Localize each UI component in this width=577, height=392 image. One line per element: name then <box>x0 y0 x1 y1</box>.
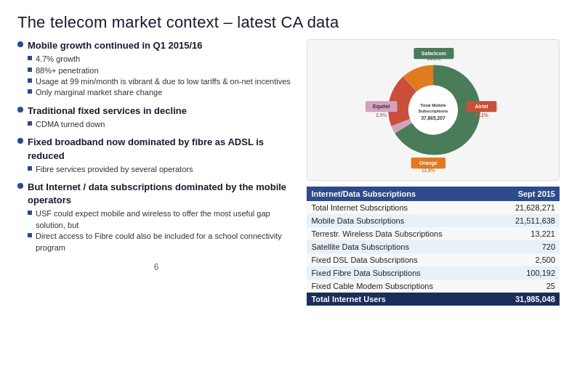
table-row: Fixed DSL Data Subscriptions 2,500 <box>307 253 560 266</box>
row-5-label: Fixed DSL Data Subscriptions <box>307 253 494 266</box>
bullet-2-main: Traditional fixed services in decline <box>28 105 295 118</box>
bullet-3-main: Fixed broadband now dominated by fibre a… <box>28 136 295 162</box>
row-4-value: 720 <box>494 240 560 253</box>
bullet-3-subs: Fibre services provided by several opera… <box>28 164 295 175</box>
sq-icon-4-2 <box>28 233 32 237</box>
sub-bullet-4-2: Direct access to Fibre could also be inc… <box>28 231 295 253</box>
sq-icon-1-4 <box>28 89 32 94</box>
sub-bullet-3-1: Fibre services provided by several opera… <box>28 164 295 175</box>
row-5-value: 2,500 <box>494 253 560 266</box>
bullet-dot-4 <box>17 183 23 189</box>
data-table: Internet/Data Subscriptions Sept 2015 To… <box>307 187 560 306</box>
row-7-value: 25 <box>494 279 560 293</box>
table-header-col1: Internet/Data Subscriptions <box>307 187 494 201</box>
sq-icon-4-1 <box>28 211 32 215</box>
table-header-row: Internet/Data Subscriptions Sept 2015 <box>307 187 560 201</box>
table-row: Fixed Fibre Data Subscriptions 100,192 <box>307 266 560 279</box>
bullet-2-subs: CDMA turned down <box>28 119 295 130</box>
table-row: Mobile Data Subscriptions 21,511,638 <box>307 214 560 227</box>
table-row: Satellite Data Subscriptions 720 <box>307 240 560 253</box>
table-row: Fixed Cable Modem Subscriptions 25 <box>307 279 560 293</box>
bullet-dot-2 <box>17 107 23 113</box>
sq-icon-1-3 <box>28 78 32 83</box>
table-row: Total Internet Subscriptions 21,628,271 <box>307 201 560 214</box>
airtel-label: Airtel <box>475 104 488 110</box>
bullet-4: But Internet / data subscriptions domina… <box>17 181 295 253</box>
sub-bullet-1-1: 4.7% growth <box>28 54 295 65</box>
airtel-pct: 19.1% <box>475 113 488 118</box>
sub-bullet-1-3: Usage at 99 min/month is vibrant & due t… <box>28 76 295 87</box>
row-2-value: 21,511,638 <box>494 214 560 227</box>
bullet-dot-1 <box>17 41 23 47</box>
sq-icon-1-1 <box>28 56 32 60</box>
bullet-1-subs: 4.7% growth 88%+ penetration Usage at 99… <box>28 54 295 99</box>
bullet-3: Fixed broadband now dominated by fibre a… <box>17 136 295 175</box>
bullet-2: Traditional fixed services in decline CD… <box>17 105 295 131</box>
center-label-1: Total Mobile <box>420 102 446 107</box>
bullet-4-main: But Internet / data subscriptions domina… <box>28 181 295 207</box>
right-column: Total Mobile Subscriptions 37,865,207 Sa… <box>307 39 560 383</box>
sq-icon-3-1 <box>28 166 32 171</box>
total-label: Total Internet Users <box>307 293 494 306</box>
bullet-2-content: Traditional fixed services in decline CD… <box>28 105 295 131</box>
equitel-label: Equitel <box>373 104 390 110</box>
bullet-1: Mobile growth continued in Q1 2015/16 4.… <box>17 39 295 99</box>
row-6-label: Fixed Fibre Data Subscriptions <box>307 266 494 279</box>
orange-pct: 11.8% <box>421 168 435 173</box>
sq-icon-1-2 <box>28 68 32 72</box>
sub-bullet-4-1: USF could expect mobile and wireless to … <box>28 208 295 231</box>
total-value: 31,985,048 <box>494 293 560 306</box>
center-label-2: Subscriptions <box>419 108 449 113</box>
page-number: 6 <box>17 262 295 272</box>
bullet-4-subs: USF could expect mobile and wireless to … <box>28 208 295 253</box>
content-row: Mobile growth continued in Q1 2015/16 4.… <box>17 39 560 383</box>
chart-container: Total Mobile Subscriptions 37,865,207 Sa… <box>307 39 560 181</box>
sub-bullet-1-4: Only marginal market share change <box>28 87 295 98</box>
bullet-3-content: Fixed broadband now dominated by fibre a… <box>28 136 295 175</box>
row-3-label: Terrestr. Wireless Data Subscriptions <box>307 227 494 240</box>
center-value: 37,865,207 <box>421 115 446 121</box>
row-1-label: Total Internet Subscriptions <box>307 201 494 214</box>
row-7-label: Fixed Cable Modem Subscriptions <box>307 279 494 293</box>
pie-chart: Total Mobile Subscriptions 37,865,207 Sa… <box>364 43 502 177</box>
bullet-4-content: But Internet / data subscriptions domina… <box>28 181 295 253</box>
row-1-value: 21,628,271 <box>494 201 560 214</box>
table-row: Terrestr. Wireless Data Subscriptions 13… <box>307 227 560 240</box>
sub-bullet-2-1: CDMA turned down <box>28 119 295 130</box>
slide-page: The telecom market context – latest CA d… <box>0 0 577 392</box>
row-2-label: Mobile Data Subscriptions <box>307 214 494 227</box>
row-3-value: 13,221 <box>494 227 560 240</box>
bullet-dot-3 <box>17 138 23 144</box>
equitel-pct: 2.9% <box>376 113 387 118</box>
slide-title: The telecom market context – latest CA d… <box>17 13 560 32</box>
row-6-value: 100,192 <box>494 266 560 279</box>
orange-label: Orange <box>419 160 437 166</box>
left-column: Mobile growth continued in Q1 2015/16 4.… <box>17 39 295 383</box>
bullet-1-main: Mobile growth continued in Q1 2015/16 <box>28 39 295 52</box>
row-4-label: Satellite Data Subscriptions <box>307 240 494 253</box>
safaricom-pct: 66.3% <box>427 56 441 61</box>
bullet-1-content: Mobile growth continued in Q1 2015/16 4.… <box>28 39 295 99</box>
table-total-row: Total Internet Users 31,985,048 <box>307 293 560 306</box>
sq-icon-2-1 <box>28 121 32 126</box>
sub-bullet-1-2: 88%+ penetration <box>28 65 295 76</box>
table-header-col2: Sept 2015 <box>494 187 560 201</box>
